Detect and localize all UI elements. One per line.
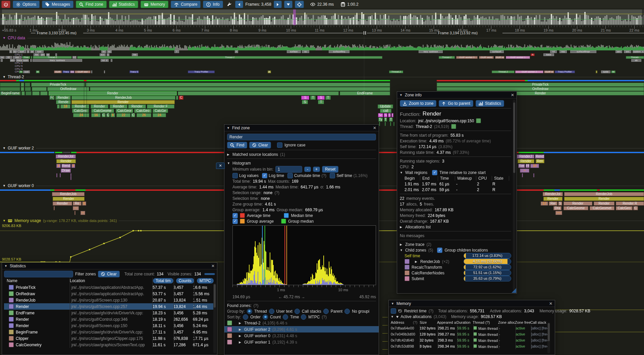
- histogram-section-row[interactable]: ▼Histogram: [227, 160, 376, 166]
- timeline-zone[interactable]: [32, 91, 40, 95]
- timeline-zone[interactable]: S: [302, 100, 308, 104]
- timeline-zone[interactable]: Render: [49, 91, 177, 95]
- timeline-zone[interactable]: Rend: [535, 154, 544, 159]
- wait-col-header[interactable]: State: [494, 176, 509, 181]
- cpu-zone[interactable]: su: [0, 56, 5, 59]
- timeline-zone[interactable]: [25, 83, 30, 87]
- frame-divider[interactable]: [364, 31, 364, 35]
- timeline-zone[interactable]: S: [391, 113, 393, 117]
- column-header-mtpc[interactable]: MTPC: [197, 278, 214, 283]
- source-color-box[interactable]: [476, 118, 481, 123]
- group-visible-checkbox[interactable]: ✓: [232, 219, 238, 224]
- cpu-zone[interactable]: gm: [40, 53, 45, 56]
- wrench-icon[interactable]: [227, 2, 231, 7]
- timeline-zone[interactable]: S: [301, 96, 309, 100]
- wait-col-header[interactable]: Wakeup: [457, 176, 476, 181]
- timeline-zone[interactable]: T: [310, 96, 316, 100]
- timeline-zone[interactable]: [25, 91, 32, 95]
- timeline-zone[interactable]: [390, 122, 391, 126]
- timeline-zone[interactable]: 16: [91, 113, 101, 117]
- statistics-row[interactable]: OnRedrawjni/../jni/src/claw/application/…: [4, 291, 215, 297]
- collapse-arrow-icon[interactable]: ▼: [3, 184, 6, 187]
- thread-color-box[interactable]: [451, 124, 456, 129]
- cpu-zone[interactable]: m1: [72, 56, 76, 59]
- statistics-row[interactable]: EndFramejni/../jni/src/claw/gfx/drv/vk/D…: [4, 310, 215, 316]
- memory-row[interactable]: 0x7dfc42d64032 bytes298.3 ms59.95 sMain …: [391, 337, 553, 343]
- timeline-zone[interactable]: Rer: [549, 202, 557, 206]
- cpu-zone[interactable]: GUIF worker 1: [506, 56, 530, 59]
- collapse-arrow-icon[interactable]: ▼: [391, 302, 394, 305]
- timeline-zone[interactable]: Render: [564, 202, 592, 206]
- timeline-zone[interactable]: BeginFrame: [0, 91, 21, 95]
- sort-by-radio[interactable]: [301, 314, 306, 320]
- timeline-zone[interactable]: CalcGeome: [564, 206, 588, 210]
- timeline-zone[interactable]: [90, 87, 390, 91]
- cpu-zone[interactable]: surfacefling: [329, 50, 350, 53]
- find-button[interactable]: Find: [227, 142, 247, 148]
- timeline-zone[interactable]: S: [558, 202, 562, 206]
- collapse-arrow-icon[interactable]: ▼: [227, 126, 230, 130]
- ignore-case-checkbox[interactable]: [277, 142, 282, 148]
- timeline-zone[interactable]: [32, 87, 47, 91]
- timeline-zone[interactable]: C: [179, 96, 183, 100]
- cpu-zone[interactable]: GUIF: [54, 71, 62, 73]
- cpu-zone[interactable]: racy_systrace: [419, 50, 443, 53]
- cpu-zone[interactable]: rt: [235, 50, 238, 53]
- child-zone-row[interactable]: Submit35.63 us (0.79%): [400, 276, 511, 281]
- min-bin-input[interactable]: 1: [275, 166, 302, 173]
- find-zone-button[interactable]: Find zone: [76, 1, 107, 8]
- zone-trace-row[interactable]: ▶Zone trace(2): [400, 241, 511, 247]
- memory-col-header[interactable]: Address: [391, 320, 413, 324]
- expand-arrow-icon[interactable]: ▶: [400, 225, 403, 229]
- cpu-zone[interactable]: Thread-2: [492, 71, 515, 73]
- timeline-zone[interactable]: ~: [520, 169, 529, 173]
- cpu-zone[interactable]: Thread-2: [77, 56, 382, 59]
- resize-grip[interactable]: [512, 288, 516, 293]
- timeline-zone[interactable]: [21, 91, 25, 95]
- found-group-row[interactable]: ▶Thread-2(4,105) 6.46 s: [227, 320, 376, 326]
- zone-info-titlebar[interactable]: ▼Zone info✕: [397, 92, 517, 98]
- expand-arrow-icon[interactable]: ▶: [239, 328, 242, 331]
- timeline-zone[interactable]: PrivateTick: [31, 83, 85, 87]
- timeline-zone[interactable]: Rende: [56, 100, 71, 104]
- relative-time-checkbox[interactable]: ✓: [432, 170, 437, 175]
- cumulate-time-checkbox[interactable]: [287, 173, 293, 178]
- reset-button[interactable]: Reset: [322, 166, 338, 173]
- statistics-row[interactable]: Clipperjni/../jni/src/claw/gfx/geo/Clipp…: [4, 335, 215, 342]
- matched-locations-row[interactable]: ▶Matched source locations(1): [227, 151, 376, 157]
- clear-button[interactable]: Clear: [249, 142, 271, 148]
- timeline-zone[interactable]: [70, 176, 71, 180]
- go-to-parent-button[interactable]: Go to parent: [439, 100, 473, 107]
- collapse-arrow-icon[interactable]: ▼: [400, 171, 403, 174]
- decrement-button[interactable]: -: [304, 167, 311, 172]
- cpu-zone[interactable]: ses: [624, 50, 631, 53]
- timeline-zone[interactable]: F(: [49, 96, 55, 100]
- zone-info-scrollbar[interactable]: [513, 100, 516, 291]
- timeline-zone[interactable]: [54, 206, 55, 210]
- child-zones-row[interactable]: ▼Child zones(5)✓Group children locations: [400, 247, 511, 253]
- timeline-zone[interactable]: [74, 211, 75, 215]
- memory-col-header[interactable]: Zone free: [515, 320, 530, 324]
- column-header-total-time[interactable]: Total tim: [153, 278, 173, 283]
- timeline-zone[interactable]: OnRedraw: [47, 87, 89, 91]
- collapse-arrow-icon[interactable]: ▼: [227, 162, 230, 165]
- timeline-zone[interactable]: [21, 83, 24, 87]
- timeline-zone[interactable]: CalcGeo: [134, 109, 152, 113]
- timeline-zone[interactable]: CalcGeomet: [590, 206, 614, 210]
- timeline-zone[interactable]: T: [325, 96, 331, 100]
- prev-frame-button[interactable]: [235, 1, 243, 8]
- cpu-zone[interactable]: au: [107, 50, 112, 53]
- statistics-button[interactable]: Statistics: [109, 1, 138, 8]
- timeline-zone[interactable]: 8: [110, 113, 115, 117]
- expand-arrow-icon[interactable]: ▶: [227, 153, 230, 156]
- cpu-zone[interactable]: rol: [550, 50, 557, 53]
- timeline-zone[interactable]: Rer: [518, 164, 525, 168]
- timeline-zone[interactable]: T: [384, 118, 387, 122]
- timeline-zone[interactable]: EndFrame: [340, 91, 390, 95]
- timeline-zone[interactable]: RenderJob: [71, 96, 175, 100]
- timeline-zone[interactable]: 24: [153, 113, 166, 117]
- timeline-zone[interactable]: Render: [53, 197, 85, 201]
- thread-thread-2-header[interactable]: ▼Thread-2: [3, 75, 644, 79]
- cpu-zone[interactable]: Tracy Profiler: [555, 71, 575, 73]
- timeline-zone[interactable]: 17: [541, 202, 548, 206]
